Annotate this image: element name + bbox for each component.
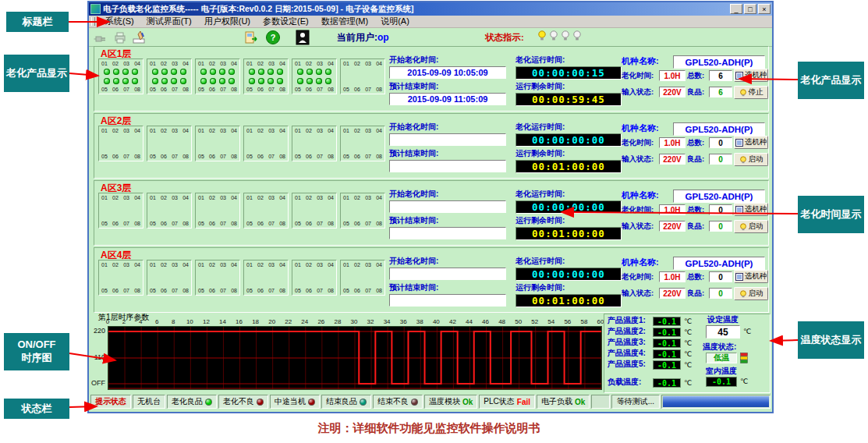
menu-item-3[interactable]: 用户权限(U) bbox=[198, 15, 257, 28]
product-status-dot bbox=[249, 78, 255, 84]
product-status-dot bbox=[171, 78, 177, 84]
slot-dot-row bbox=[244, 203, 288, 209]
slot-top-labels: 01020304 bbox=[147, 262, 191, 268]
button-label: 选机种 bbox=[745, 204, 767, 214]
status-cell: 结束不良 bbox=[373, 395, 423, 409]
run-time-display: 00:00:00:00 bbox=[515, 133, 622, 147]
printer-tool-button[interactable] bbox=[111, 28, 129, 45]
product-status-dot bbox=[132, 78, 138, 84]
power-button[interactable]: 停止 bbox=[734, 86, 768, 99]
power-button[interactable]: 启动 bbox=[734, 153, 768, 166]
slot-dot-row bbox=[99, 279, 143, 285]
start-time-field: 2015-09-09 10:05:09 bbox=[389, 66, 506, 79]
slot-top-labels: 01020304 bbox=[147, 195, 191, 200]
x-tick-label: 26 bbox=[315, 318, 328, 325]
slot-top-labels: 01020304 bbox=[341, 262, 384, 268]
product-slot-group: 0102030405060708 bbox=[340, 260, 385, 296]
menu-item-4[interactable]: 参数设定(E) bbox=[257, 15, 315, 28]
status-indicator-label: 状态指示: bbox=[485, 32, 524, 44]
slot-bottom-labels: 05060708 bbox=[292, 87, 336, 92]
x-tick-label: 30 bbox=[348, 318, 360, 325]
menu-item-2[interactable]: 测试界面(T) bbox=[140, 15, 198, 28]
annotation-callout: 标题栏 bbox=[6, 12, 69, 32]
remain-time-display: 00:01:00:00 bbox=[515, 160, 622, 173]
total-label: 总数: bbox=[687, 72, 704, 80]
remain-time-label: 运行剩余时间: bbox=[515, 284, 565, 292]
slot-top-labels: 01020304 bbox=[341, 61, 384, 66]
product-temp-value: -0.1 bbox=[653, 317, 681, 326]
x-tick-label: 48 bbox=[496, 318, 508, 325]
plug-tool-button[interactable] bbox=[92, 28, 111, 45]
status-cell-text: 老化不良 bbox=[223, 396, 254, 407]
minimize-button[interactable]: _ bbox=[730, 4, 742, 14]
user-logout-button[interactable] bbox=[293, 28, 312, 45]
celsius-unit: ℃ bbox=[740, 377, 748, 385]
select-model-button[interactable]: 选机种 bbox=[734, 69, 768, 82]
product-temp-label: 产品温度2: bbox=[608, 328, 646, 335]
annotation-arrow bbox=[771, 340, 798, 341]
menu-item-1[interactable]: 系统(S) bbox=[99, 15, 140, 28]
model-name-field: GPL520-ADH(P) bbox=[673, 190, 765, 203]
slot-dot-row bbox=[341, 279, 384, 285]
product-status-dot bbox=[180, 78, 186, 84]
remain-time-display: 00:00:59:45 bbox=[515, 93, 622, 106]
x-tick-label: 10 bbox=[183, 318, 196, 325]
slot-dot-row bbox=[244, 145, 288, 151]
annotation-callout: 老化产品显示 bbox=[798, 62, 864, 99]
product-status-dot bbox=[258, 78, 264, 84]
hand-write-button[interactable] bbox=[129, 28, 148, 45]
select-model-button[interactable]: 选机种 bbox=[734, 270, 768, 283]
slot-top-labels: 01020304 bbox=[147, 61, 191, 66]
indicator-lamp-icon bbox=[562, 30, 569, 44]
end-time-field: 2015-09-09 11:05:09 bbox=[389, 93, 506, 105]
slot-top-labels: 01020304 bbox=[244, 128, 288, 133]
slot-bottom-labels: 05060708 bbox=[341, 288, 384, 293]
slot-dot-row bbox=[99, 212, 143, 218]
celsius-unit: ℃ bbox=[684, 328, 692, 336]
product-status-dot bbox=[219, 69, 225, 75]
slot-top-labels: 01020304 bbox=[99, 262, 143, 268]
x-tick-label: 22 bbox=[282, 318, 295, 325]
x-tick-label: 14 bbox=[216, 318, 229, 325]
product-slot-group: 0102030405060708 bbox=[292, 193, 337, 229]
exit-button[interactable] bbox=[242, 28, 260, 45]
input-state-value: 220V bbox=[659, 87, 686, 97]
slot-dot-row bbox=[244, 279, 288, 285]
slot-top-labels: 01020304 bbox=[244, 61, 288, 66]
total-value: 6 bbox=[709, 70, 732, 81]
status-cell: 结束良品 bbox=[321, 395, 371, 409]
celsius-unit: ℃ bbox=[684, 339, 692, 347]
slot-dot-row bbox=[147, 203, 191, 209]
slot-bottom-labels: 05060708 bbox=[341, 154, 384, 159]
slot-top-labels: 01020304 bbox=[99, 195, 143, 200]
celsius-unit: ℃ bbox=[684, 361, 692, 369]
good-count-value: 0 bbox=[709, 221, 732, 232]
slot-top-labels: 01020304 bbox=[341, 195, 384, 200]
aging-time-label: 老化时间: bbox=[622, 139, 654, 147]
power-button[interactable]: 启动 bbox=[734, 287, 768, 300]
zone-panel: A区1层 01020304050607080102030405060708010… bbox=[94, 46, 769, 112]
start-time-field bbox=[389, 133, 506, 146]
slot-top-labels: 01020304 bbox=[196, 61, 239, 66]
title-bar[interactable]: 电子负载老化监控系统----- 电子[版本:Rev0.0.2 日期:2015-0… bbox=[89, 2, 772, 16]
select-model-button[interactable]: 选机种 bbox=[734, 136, 768, 149]
select-model-button[interactable]: 选机种 bbox=[734, 203, 768, 216]
product-slot-group: 0102030405060708 bbox=[340, 58, 385, 94]
run-time-label: 老化运行时间: bbox=[515, 190, 565, 198]
input-state-value: 220V bbox=[659, 221, 686, 232]
slot-top-labels: 01020304 bbox=[244, 195, 288, 200]
help-button[interactable]: ? bbox=[264, 28, 282, 45]
x-tick-label: 50 bbox=[512, 318, 525, 325]
power-button[interactable]: 启动 bbox=[734, 220, 768, 233]
menu-item-6[interactable]: 说明(A) bbox=[374, 15, 416, 28]
product-slot-group: 0102030405060708 bbox=[340, 126, 385, 161]
menu-item-5[interactable]: 数据管理(M) bbox=[315, 15, 375, 28]
close-button[interactable]: × bbox=[758, 4, 771, 14]
slot-dot-row bbox=[341, 136, 384, 142]
celsius-unit: ℃ bbox=[743, 328, 751, 335]
status-cell-text: 电子负载 bbox=[541, 396, 572, 407]
slot-bottom-labels: 05060708 bbox=[292, 221, 336, 226]
annotation-callout: ON/OFF 时序图 bbox=[4, 333, 69, 370]
y-axis-label: OFF bbox=[89, 379, 105, 387]
maximize-button[interactable]: □ bbox=[744, 4, 756, 14]
